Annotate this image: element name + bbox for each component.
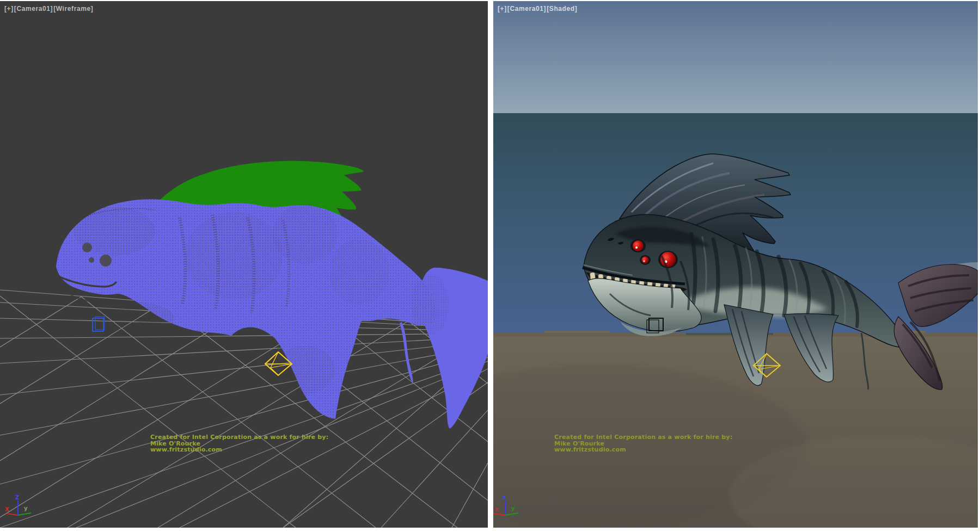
credit-text-left: Created for Intel Corporation as a work … — [150, 434, 328, 453]
axis-z-label: Z — [15, 494, 19, 500]
viewport-menu-general[interactable]: [+] — [4, 5, 14, 13]
viewport-menu-pov[interactable]: [Camera01] — [507, 5, 546, 13]
viewport-label-right: [+][Camera01][Shaded] — [498, 5, 578, 13]
creature-wireframe[interactable] — [56, 161, 488, 429]
viewport-menu-shading[interactable]: [Wireframe] — [53, 5, 93, 13]
viewport-splitter[interactable] — [488, 1, 493, 528]
credit-line-3: www.fritzstudio.com — [150, 447, 328, 453]
axis-y-label: y — [24, 505, 28, 511]
viewport-menu-shading[interactable]: [Shaded] — [547, 5, 577, 13]
viewport-wireframe[interactable]: [+][Camera01][Wireframe] — [0, 1, 488, 528]
viewport-menu-pov[interactable]: [Camera01] — [14, 5, 53, 13]
axis-y-label: y — [511, 505, 515, 511]
axis-x-label: x — [495, 506, 499, 512]
credit-line-1: Created for Intel Corporation as a work … — [150, 434, 328, 441]
credit-line-3: www.fritzstudio.com — [554, 447, 732, 453]
viewport-label-left: [+][Camera01][Wireframe] — [4, 5, 94, 13]
credit-line-1: Created for Intel Corporation as a work … — [554, 434, 732, 441]
viewport-shaded[interactable]: [+][Camera01][Shaded] — [493, 1, 978, 528]
axis-x-label: X — [5, 506, 9, 512]
sky — [493, 1, 978, 113]
world-axis-tripod-right: x z y — [493, 493, 537, 523]
world-axis-tripod-left: X Z y — [0, 493, 44, 523]
viewport-menu-general[interactable]: [+] — [498, 5, 507, 13]
axis-z-label: z — [503, 494, 506, 500]
credit-text-right: Created for Intel Corporation as a work … — [554, 434, 732, 453]
